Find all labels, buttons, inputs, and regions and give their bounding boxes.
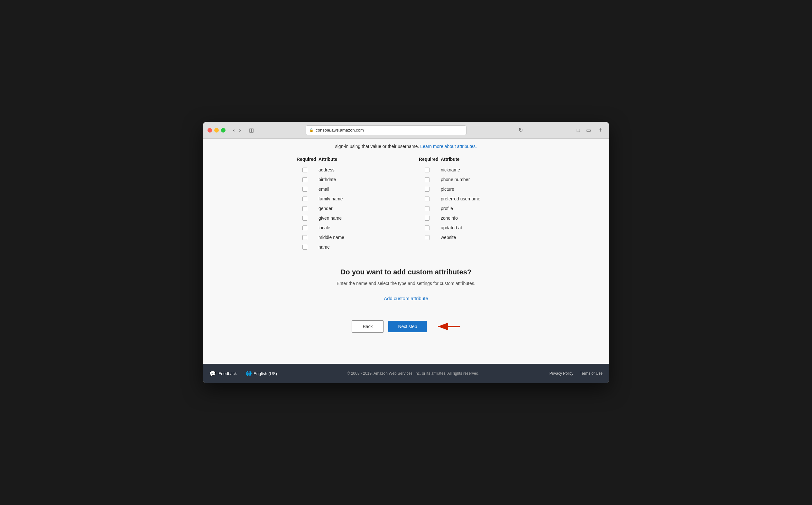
back-nav-button[interactable]: ‹ (231, 127, 236, 134)
add-custom-attribute-link[interactable]: Add custom attribute (384, 296, 428, 301)
attr-name-email: email (319, 187, 329, 192)
attr-row-middle-name: middle name (297, 232, 393, 242)
attr-checkbox-website[interactable] (425, 235, 430, 240)
top-note: sign-in using that value or their userna… (203, 139, 609, 157)
minimize-button[interactable] (214, 128, 219, 133)
maximize-button[interactable] (221, 128, 225, 133)
attr-row-website: website (419, 232, 515, 242)
footer: 💬 Feedback 🌐 English (US) © 2008 - 2019,… (203, 364, 609, 383)
custom-attributes-description: Enter the name and select the type and s… (216, 281, 596, 286)
attr-checkbox-name[interactable] (302, 245, 307, 249)
feedback-label[interactable]: Feedback (218, 371, 237, 376)
right-required-header: Required (419, 157, 435, 162)
attr-name-phone-number: phone number (441, 177, 470, 182)
attr-row-preferred-username: preferred username (419, 194, 515, 204)
url-text: console.aws.amazon.com (316, 128, 364, 133)
attr-name-profile: profile (441, 206, 453, 211)
attr-name-locale: locale (319, 225, 330, 230)
attr-name-updated-at: updated at (441, 225, 462, 230)
reload-button[interactable]: ↻ (517, 126, 525, 134)
attr-checkbox-cell-address (297, 168, 313, 172)
attr-row-nickname: nickname (419, 165, 515, 175)
attr-checkbox-phone-number[interactable] (425, 177, 430, 182)
attr-row-birthdate: birthdate (297, 175, 393, 184)
back-button[interactable]: Back (352, 320, 384, 333)
footer-left: 💬 Feedback 🌐 English (US) (209, 370, 277, 377)
attr-checkbox-cell-birthdate (297, 177, 313, 182)
attr-checkbox-cell-name (297, 245, 313, 249)
address-bar[interactable]: 🔒 console.aws.amazon.com (306, 126, 467, 135)
arrow-icon (435, 322, 460, 331)
right-header-row: Required Attribute (419, 157, 515, 165)
left-header-row: Required Attribute (297, 157, 393, 165)
attr-checkbox-cell-family-name (297, 196, 313, 201)
lock-icon: 🔒 (309, 128, 314, 132)
privacy-policy-link[interactable]: Privacy Policy (549, 371, 574, 376)
attr-checkbox-cell-picture (419, 187, 435, 192)
top-note-text: sign-in using that value or their userna… (335, 144, 419, 149)
attr-name-birthdate: birthdate (319, 177, 336, 182)
attr-name-given-name: given name (319, 215, 342, 221)
footer-right: Privacy Policy Terms of Use (549, 371, 603, 376)
browser-window: ‹ › ◫ 🔒 console.aws.amazon.com ↻ □ ▭ + s… (203, 122, 609, 383)
next-step-button[interactable]: Next step (388, 321, 427, 332)
attr-row-locale: locale (297, 223, 393, 232)
attr-checkbox-cell-gender (297, 206, 313, 211)
traffic-lights (207, 128, 225, 133)
footer-copyright: © 2008 - 2019, Amazon Web Services, Inc.… (277, 371, 549, 376)
attr-row-name: name (297, 242, 393, 252)
attr-checkbox-family-name[interactable] (302, 196, 307, 201)
attr-checkbox-locale[interactable] (302, 225, 307, 230)
attr-checkbox-given-name[interactable] (302, 216, 307, 221)
attr-name-middle-name: middle name (319, 235, 344, 240)
attr-checkbox-gender[interactable] (302, 206, 307, 211)
attributes-container: Required Attribute address birthdate (203, 157, 609, 252)
attr-checkbox-nickname[interactable] (425, 168, 430, 172)
copy-button[interactable]: ▭ (584, 126, 593, 134)
attr-row-updated-at: updated at (419, 223, 515, 232)
attr-checkbox-cell-website (419, 235, 435, 240)
attr-name-name: name (319, 244, 330, 249)
share-button[interactable]: □ (575, 126, 582, 134)
feedback-icon: 💬 (209, 370, 216, 377)
terms-of-use-link[interactable]: Terms of Use (580, 371, 603, 376)
left-attributes-column: Required Attribute address birthdate (297, 157, 393, 252)
right-attribute-header: Attribute (441, 157, 459, 162)
attr-name-family-name: family name (319, 196, 343, 201)
globe-icon: 🌐 (246, 370, 252, 376)
attr-checkbox-cell-nickname (419, 168, 435, 172)
nav-buttons: ‹ › (231, 127, 242, 134)
attr-row-given-name: given name (297, 213, 393, 223)
custom-attributes-section: Do you want to add custom attributes? En… (203, 268, 609, 355)
close-button[interactable] (207, 128, 212, 133)
learn-more-link[interactable]: Learn more about attributes. (420, 144, 477, 149)
attr-name-preferred-username: preferred username (441, 196, 480, 201)
attr-checkbox-cell-email (297, 187, 313, 192)
attr-name-zoneinfo: zoneinfo (441, 215, 458, 221)
title-bar: ‹ › ◫ 🔒 console.aws.amazon.com ↻ □ ▭ + (203, 122, 609, 139)
attr-name-website: website (441, 235, 456, 240)
custom-attributes-title: Do you want to add custom attributes? (216, 268, 596, 276)
attr-checkbox-updated-at[interactable] (425, 225, 430, 230)
attr-row-email: email (297, 184, 393, 194)
attr-name-gender: gender (319, 206, 333, 211)
sidebar-toggle-button[interactable]: ◫ (247, 126, 256, 134)
new-tab-button[interactable]: + (597, 126, 605, 134)
attr-checkbox-preferred-username[interactable] (425, 196, 430, 201)
attr-name-nickname: nickname (441, 167, 460, 172)
attr-row-picture: picture (419, 184, 515, 194)
attr-checkbox-email[interactable] (302, 187, 307, 192)
attr-checkbox-profile[interactable] (425, 206, 430, 211)
attr-row-phone-number: phone number (419, 175, 515, 184)
language-label: English (US) (254, 371, 277, 376)
arrow-indicator (435, 322, 460, 331)
attr-name-address: address (319, 167, 335, 172)
attr-checkbox-birthdate[interactable] (302, 177, 307, 182)
attr-checkbox-zoneinfo[interactable] (425, 216, 430, 221)
attr-checkbox-middle-name[interactable] (302, 235, 307, 240)
attr-checkbox-address[interactable] (302, 168, 307, 172)
attr-checkbox-picture[interactable] (425, 187, 430, 192)
language-selector[interactable]: 🌐 English (US) (246, 370, 277, 376)
forward-nav-button[interactable]: › (237, 127, 242, 134)
right-attributes-column: Required Attribute nickname phone number (419, 157, 515, 252)
